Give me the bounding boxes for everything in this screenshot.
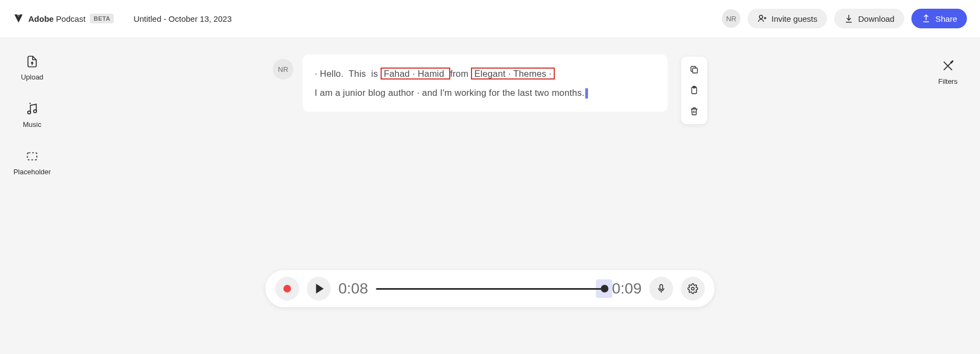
sidebar-item-music[interactable]: Music (23, 102, 41, 129)
mic-button[interactable] (650, 277, 673, 301)
main-content: NR · Hello. This is Fahad · Hamid from E… (64, 54, 916, 124)
trash-icon (689, 106, 699, 116)
record-button[interactable] (275, 277, 299, 301)
highlight-box-2: Elegant · Themes · (471, 68, 555, 80)
invite-label: Invite guests (771, 14, 817, 23)
current-time: 0:08 (339, 280, 369, 297)
header-right: NR Invite guests Download Share (722, 9, 967, 28)
document-title[interactable]: Untitled - October 13, 2023 (133, 14, 231, 23)
sidebar-item-label: Music (23, 120, 41, 129)
transcript-toolbar (681, 57, 707, 124)
svg-point-1 (28, 111, 30, 114)
settings-button[interactable] (681, 277, 705, 301)
adobe-logo-icon (13, 13, 24, 24)
beta-badge: BETA (90, 14, 114, 23)
mic-icon (656, 283, 667, 294)
header-left: Adobe Podcast BETA Untitled - October 13… (13, 13, 231, 24)
timeline-track[interactable] (376, 288, 604, 290)
transcript-box[interactable]: · Hello. This is Fahad · Hamid from Eleg… (303, 54, 667, 112)
transcript-line-1[interactable]: · Hello. This is Fahad · Hamid from Eleg… (315, 64, 651, 83)
music-icon (25, 102, 39, 116)
filters-icon (941, 59, 955, 73)
share-icon (921, 14, 931, 23)
svg-point-4 (951, 62, 952, 63)
clipboard-button[interactable] (684, 81, 704, 100)
upload-icon (25, 54, 39, 69)
svg-point-2 (34, 110, 36, 113)
svg-point-10 (691, 288, 694, 290)
sidebar-right: Filters (916, 37, 980, 86)
clipboard-icon (689, 86, 699, 95)
text-cursor (585, 88, 588, 99)
invite-icon (757, 14, 767, 23)
invite-guests-button[interactable]: Invite guests (748, 9, 827, 28)
download-button[interactable]: Download (834, 9, 904, 28)
audio-player: 0:08 0:09 (266, 270, 715, 307)
highlight-box-1: Fahad · Hamid (381, 68, 450, 80)
sidebar-left: Upload Music Placeholder (0, 37, 64, 176)
copy-button[interactable] (684, 60, 704, 80)
timeline-playhead[interactable] (601, 285, 608, 292)
total-time: 0:09 (612, 280, 642, 297)
gear-icon (688, 283, 699, 294)
brand-text: Adobe Podcast (28, 14, 85, 23)
share-button[interactable]: Share (911, 9, 967, 28)
copy-icon (689, 65, 699, 75)
sidebar-item-upload[interactable]: Upload (21, 54, 43, 81)
svg-point-5 (952, 61, 953, 62)
transcript-wrap: NR · Hello. This is Fahad · Hamid from E… (273, 54, 707, 124)
svg-rect-3 (27, 153, 36, 160)
sidebar-item-label: Upload (21, 73, 43, 81)
speaker-avatar[interactable]: NR (273, 59, 293, 80)
sidebar-item-label: Placeholder (14, 168, 51, 176)
download-icon (844, 14, 854, 23)
sidebar-item-placeholder[interactable]: Placeholder (14, 149, 51, 176)
sidebar-item-label: Filters (938, 77, 957, 86)
share-label: Share (935, 14, 957, 23)
delete-button[interactable] (684, 101, 704, 121)
download-label: Download (858, 14, 895, 23)
app-header: Adobe Podcast BETA Untitled - October 13… (0, 0, 980, 37)
svg-rect-9 (660, 285, 663, 290)
play-button[interactable] (307, 277, 331, 301)
sidebar-item-filters[interactable]: Filters (938, 59, 957, 86)
svg-point-0 (759, 15, 763, 19)
play-icon (316, 284, 323, 294)
logo-area[interactable]: Adobe Podcast BETA (13, 13, 114, 24)
record-icon (284, 285, 291, 292)
placeholder-icon (25, 149, 39, 163)
user-avatar[interactable]: NR (722, 9, 740, 28)
svg-rect-6 (693, 68, 697, 73)
transcript-line-2[interactable]: I am a junior blog author · and I'm work… (315, 83, 651, 102)
